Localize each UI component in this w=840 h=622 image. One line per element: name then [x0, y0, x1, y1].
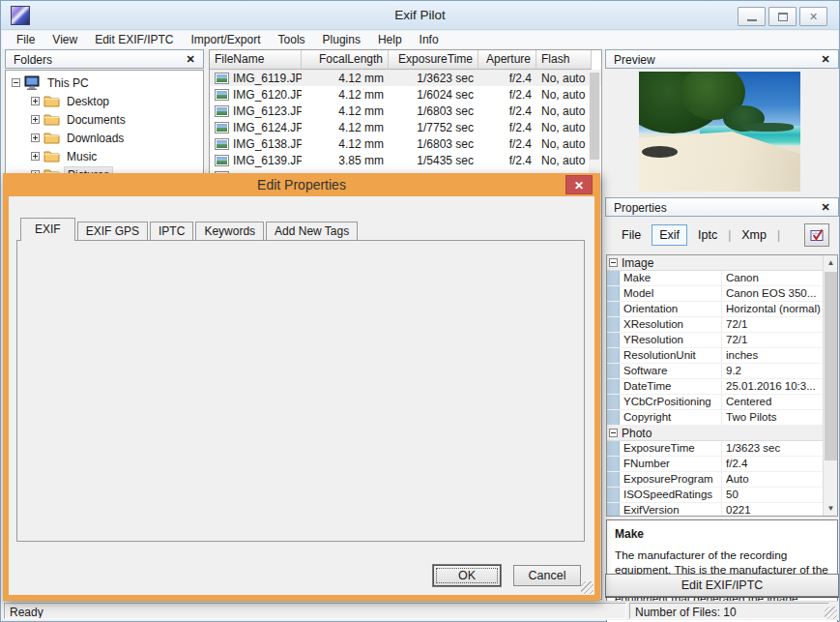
column-header-focallength[interactable]: FocalLength [302, 50, 389, 70]
grid-row-gutter [607, 472, 620, 487]
grid-row-value: 72/1 [722, 317, 837, 332]
dialog-tab-page [16, 240, 585, 542]
grid-row-gutter [607, 286, 620, 301]
scroll-up-icon[interactable]: ▲ [824, 255, 838, 270]
menu-item-edit-exif-iptc[interactable]: Edit EXIF/IPTC [86, 31, 182, 48]
collapse-box-icon[interactable] [609, 258, 618, 267]
grid-row-exposuretime[interactable]: ExposureTime1/3623 sec [607, 441, 837, 457]
window-controls: ✕ [738, 7, 827, 26]
properties-tab-iptc[interactable]: Iptc [691, 225, 724, 245]
grid-row-fnumber[interactable]: FNumberf/2.4 [607, 457, 837, 472]
menu-item-file[interactable]: File [8, 31, 43, 48]
cancel-button[interactable]: Cancel [513, 565, 581, 586]
dialog-tab-iptc[interactable]: IPTC [150, 222, 193, 241]
tree-item-downloads[interactable]: Downloads [6, 129, 203, 147]
expand-box-icon[interactable] [31, 115, 40, 124]
preview-close-icon[interactable]: ✕ [819, 52, 832, 66]
grid-row-name: FNumber [620, 457, 722, 471]
tree-item-music[interactable]: Music [6, 147, 203, 165]
preview-panel-header: Preview ✕ [605, 49, 839, 69]
dialog-resize-grip[interactable] [581, 581, 594, 594]
file-cell: 4.12 mm [302, 104, 389, 118]
expand-box-icon[interactable] [31, 133, 40, 142]
file-row[interactable]: IMG_6120.JPG4.12 mm1/6024 secf/2.4No, au… [210, 86, 601, 103]
grid-row-model[interactable]: ModelCanon EOS 350... [607, 286, 837, 302]
grid-row-xresolution[interactable]: XResolution72/1 [607, 317, 837, 333]
dialog-tab-exif-gps[interactable]: EXIF GPS [77, 222, 148, 241]
window-resize-grip[interactable] [825, 607, 837, 619]
folders-close-icon[interactable]: ✕ [184, 52, 197, 66]
grid-row-resolutionunit[interactable]: ResolutionUnitinches [607, 348, 837, 364]
file-cell: 4.12 mm [302, 137, 389, 151]
image-thumbnail-icon [215, 138, 229, 150]
properties-panel-header: Properties ✕ [605, 197, 839, 217]
dialog-tab-exif[interactable]: EXIF [20, 218, 75, 241]
file-row[interactable]: IMG_6119.JPG4.12 mm1/3623 secf/2.4No, au… [210, 70, 601, 86]
column-header-flash[interactable]: Flash [536, 50, 592, 70]
properties-close-icon[interactable]: ✕ [819, 200, 832, 214]
properties-tab-file[interactable]: File [615, 225, 648, 245]
grid-row-ycbcrpositioning[interactable]: YCbCrPositioningCentered [607, 395, 837, 410]
grid-row-copyright[interactable]: CopyrightTwo Pilots [607, 410, 837, 426]
file-row[interactable]: IMG_6139.JPG3.85 mm1/5435 secf/2.4No, au… [210, 152, 601, 168]
menu-item-tools[interactable]: Tools [270, 31, 314, 48]
grid-row-exifversion[interactable]: ExifVersion0221 [607, 503, 837, 517]
properties-tab-exif[interactable]: Exif [652, 224, 687, 246]
dialog-close-button[interactable]: ✕ [565, 175, 593, 194]
grid-group-image[interactable]: Image [607, 255, 837, 271]
maximize-button[interactable] [768, 7, 797, 26]
menu-item-plugins[interactable]: Plugins [314, 31, 369, 48]
image-thumbnail-icon [215, 122, 229, 133]
dialog-tab-add-new-tags[interactable]: Add New Tags [266, 222, 358, 241]
grid-row-datetime[interactable]: DateTime25.01.2016 10:3... [607, 379, 837, 395]
menu-item-info[interactable]: Info [411, 31, 448, 48]
column-header-filename[interactable]: FileName [210, 50, 302, 70]
column-header-exposuretime[interactable]: ExposureTime [389, 50, 478, 70]
scroll-down-icon[interactable]: ▼ [824, 501, 838, 516]
scrollbar-thumb[interactable] [825, 272, 837, 460]
file-row[interactable]: IMG_6138.JPG4.12 mm1/6803 secf/2.4No, au… [210, 135, 601, 152]
collapse-box-icon[interactable] [12, 78, 20, 87]
file-cell: No, auto [536, 154, 592, 167]
tree-item-documents[interactable]: Documents [6, 110, 203, 129]
file-cell: f/2.4 [478, 154, 536, 167]
close-button[interactable]: ✕ [799, 7, 827, 26]
column-header-aperture[interactable]: Aperture [478, 50, 536, 70]
grid-row-orientation[interactable]: OrientationHorizontal (normal) [607, 302, 837, 317]
edit-exif-iptc-button[interactable]: Edit EXIF/IPTC [605, 574, 839, 597]
properties-tab-xmp[interactable]: Xmp [735, 225, 773, 245]
grid-row-software[interactable]: Software9.2 [607, 364, 837, 379]
menu-item-view[interactable]: View [43, 31, 86, 48]
folders-panel-title: Folders [14, 53, 52, 67]
maximize-icon [778, 13, 788, 21]
window-title: Exif Pilot [1, 8, 839, 22]
properties-grid-scrollbar[interactable]: ▲▼ [823, 255, 837, 516]
grid-row-yresolution[interactable]: YResolution72/1 [607, 333, 837, 348]
file-list-header: FileNameFocalLengthExposureTimeApertureF… [210, 50, 601, 70]
dialog-tab-keywords[interactable]: Keywords [195, 222, 264, 241]
tree-item-desktop[interactable]: Desktop [6, 92, 203, 110]
menu-item-import-export[interactable]: Import/Export [183, 31, 270, 48]
grid-row-exposureprogram[interactable]: ExposureProgramAuto [607, 472, 837, 488]
grid-row-isospeedratings[interactable]: ISOSpeedRatings50 [607, 488, 837, 503]
grid-row-gutter [607, 317, 620, 332]
edit-tags-icon-button[interactable] [804, 223, 829, 247]
expand-box-icon[interactable] [31, 97, 40, 105]
ok-button[interactable]: OK [433, 565, 501, 586]
file-cell: f/2.4 [478, 72, 536, 85]
folders-panel-header: Folders ✕ [5, 49, 204, 69]
file-row[interactable]: IMG_6124.JPG4.12 mm1/7752 secf/2.4No, au… [210, 119, 601, 135]
tree-item-this-pc[interactable]: This PC [6, 74, 203, 92]
file-cell: IMG_6139.JPG [210, 154, 302, 167]
grid-row-value: inches [722, 348, 837, 363]
file-row[interactable]: IMG_6123.JPG4.12 mm1/6803 secf/2.4No, au… [210, 103, 601, 119]
collapse-box-icon[interactable] [609, 429, 618, 437]
file-cell: f/2.4 [478, 104, 536, 118]
menu-item-help[interactable]: Help [369, 31, 411, 48]
expand-box-icon[interactable] [31, 152, 40, 161]
grid-row-gutter [607, 379, 620, 394]
edit-tags-icon [809, 227, 826, 243]
grid-row-make[interactable]: MakeCanon [607, 271, 837, 286]
minimize-button[interactable] [738, 7, 766, 26]
grid-group-photo[interactable]: Photo [607, 426, 837, 441]
